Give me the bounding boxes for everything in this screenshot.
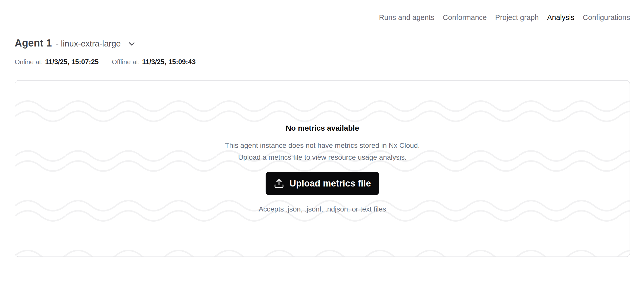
nav-project-graph[interactable]: Project graph bbox=[495, 13, 539, 22]
metrics-card: No metrics available This agent instance… bbox=[15, 80, 630, 257]
nav-analysis[interactable]: Analysis bbox=[547, 13, 574, 22]
online-at: Online at: 11/3/25, 15:07:25 bbox=[15, 58, 99, 66]
agent-meta-row: Online at: 11/3/25, 15:07:25 Offline at:… bbox=[15, 58, 196, 66]
agent-analysis-page: Runs and agents Conformance Project grap… bbox=[0, 0, 644, 281]
empty-state-description: This agent instance does not have metric… bbox=[225, 139, 420, 163]
upload-metrics-button[interactable]: Upload metrics file bbox=[266, 172, 379, 195]
upload-icon bbox=[274, 178, 284, 189]
no-metrics-empty-state: No metrics available This agent instance… bbox=[15, 81, 630, 256]
online-at-label: Online at: bbox=[15, 58, 43, 66]
agent-title-row: Agent 1 - linux-extra-large bbox=[15, 37, 136, 50]
page-title: Agent 1 bbox=[15, 37, 52, 49]
upload-button-label: Upload metrics file bbox=[289, 178, 371, 189]
offline-at-label: Offline at: bbox=[112, 58, 140, 66]
agent-launch-template: - linux-extra-large bbox=[56, 39, 121, 49]
top-navigation: Runs and agents Conformance Project grap… bbox=[379, 13, 630, 22]
empty-state-heading: No metrics available bbox=[286, 123, 359, 133]
chevron-down-icon[interactable] bbox=[127, 39, 136, 50]
offline-at: Offline at: 11/3/25, 15:09:43 bbox=[112, 58, 196, 66]
empty-state-line2: Upload a metrics file to view resource u… bbox=[238, 153, 406, 161]
online-at-value: 11/3/25, 15:07:25 bbox=[45, 58, 99, 66]
offline-at-value: 11/3/25, 15:09:43 bbox=[142, 58, 196, 66]
nav-configurations[interactable]: Configurations bbox=[583, 13, 630, 22]
nav-conformance[interactable]: Conformance bbox=[443, 13, 487, 22]
accepted-file-types-caption: Accepts .json, .jsonl, .ndjson, or text … bbox=[259, 204, 386, 214]
nav-runs-and-agents[interactable]: Runs and agents bbox=[379, 13, 434, 22]
empty-state-line1: This agent instance does not have metric… bbox=[225, 142, 420, 149]
